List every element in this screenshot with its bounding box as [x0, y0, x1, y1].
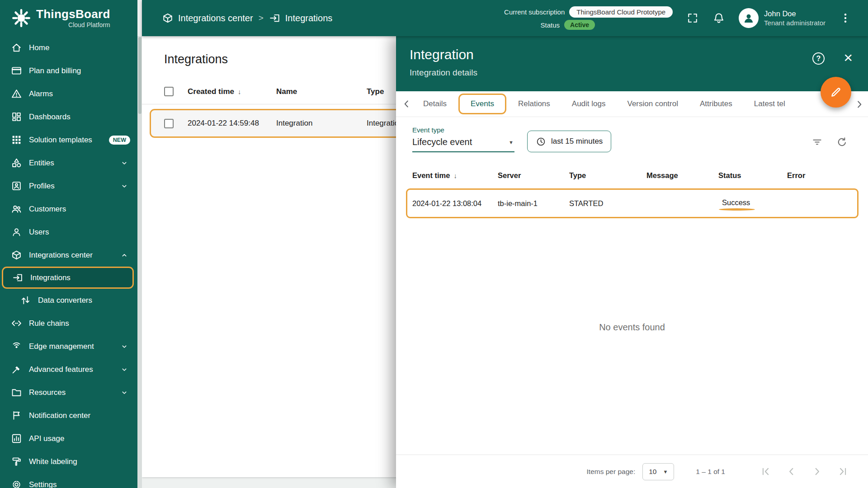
sidebar-item-data-converters[interactable]: Data converters [0, 289, 137, 312]
first-page-button[interactable] [760, 465, 772, 478]
logo[interactable]: ThingsBoard Cloud Platform [0, 0, 137, 36]
column-status[interactable]: Status [718, 171, 787, 180]
sidebar-item-resources[interactable]: Resources [0, 381, 137, 404]
sidebar-item-solution-templates[interactable]: Solution templatesNEW [0, 128, 137, 151]
tab-events[interactable]: Events [458, 94, 506, 114]
hammer-icon [11, 364, 22, 375]
next-page-button[interactable] [811, 465, 823, 478]
chevron-left-icon [401, 98, 412, 110]
column-name[interactable]: Name [276, 87, 367, 96]
edit-fab-button[interactable] [821, 77, 851, 108]
sidebar-item-label: Entities [29, 159, 54, 168]
close-icon[interactable] [844, 50, 853, 65]
select-all-checkbox[interactable] [164, 87, 174, 96]
tab-version-control[interactable]: Version control [617, 91, 689, 117]
pencil-icon [830, 86, 842, 99]
tabs-scroll-left-button[interactable] [401, 98, 412, 110]
sidebar-scrollbar[interactable] [137, 36, 142, 488]
app-root: ThingsBoard Cloud Platform Home Plan and… [0, 0, 868, 488]
breadcrumb-integrations[interactable]: Integrations [269, 12, 333, 24]
tab-details[interactable]: Details [412, 91, 458, 117]
pagination-range: 1 – 1 of 1 [696, 468, 725, 476]
sidebar-item-edge-management[interactable]: Edge management [0, 335, 137, 358]
refresh-button[interactable] [836, 136, 848, 148]
sidebar-item-users[interactable]: Users [0, 221, 137, 244]
events-filters: Event type Lifecycle event last 15 minut… [396, 117, 868, 152]
column-event-time[interactable]: Event time [412, 171, 498, 180]
event-type-value: Lifecycle event [412, 137, 472, 147]
chevron-down-icon [663, 469, 668, 474]
sidebar-item-rule-chains[interactable]: Rule chains [0, 312, 137, 335]
last-page-button[interactable] [837, 465, 849, 478]
swap-arrows-icon [20, 295, 31, 306]
scrollbar-thumb[interactable] [138, 37, 142, 114]
drawer-header: Integration Integration details [396, 36, 868, 91]
sidebar-nav: Home Plan and billing Alarms Dashboards … [0, 36, 137, 488]
column-type[interactable]: Type [569, 171, 646, 180]
antenna-icon [11, 341, 22, 352]
subscription-pill[interactable]: ThingsBoard Cloud Prototype [569, 6, 673, 18]
sidebar-item-entities[interactable]: Entities [0, 151, 137, 174]
row-checkbox[interactable] [164, 119, 174, 128]
sidebar-item-notification-center[interactable]: Notification center [0, 404, 137, 427]
previous-page-button[interactable] [785, 465, 797, 478]
sidebar-item-dashboards[interactable]: Dashboards [0, 105, 137, 128]
kebab-menu-button[interactable] [839, 12, 852, 24]
time-range-button[interactable]: last 15 minutes [527, 131, 611, 152]
tab-latest-telemetry[interactable]: Latest tel [743, 91, 796, 117]
sidebar: ThingsBoard Cloud Platform Home Plan and… [0, 0, 137, 488]
help-icon[interactable] [812, 52, 825, 65]
empty-state-text: No events found [396, 218, 868, 455]
grid-icon [11, 134, 22, 145]
column-error[interactable]: Error [787, 171, 868, 180]
sidebar-item-home[interactable]: Home [0, 36, 137, 59]
sidebar-item-advanced-features[interactable]: Advanced features [0, 358, 137, 381]
event-type-select[interactable]: Lifecycle event [412, 134, 514, 152]
sidebar-item-label: Plan and billing [29, 66, 81, 75]
pagination-bar: Items per page: 10 1 – 1 of 1 [396, 455, 868, 488]
column-message[interactable]: Message [646, 171, 718, 180]
tabs-scroll-right-button[interactable] [854, 99, 865, 110]
user-name: John Doe [764, 9, 826, 18]
sidebar-item-label: Alarms [29, 89, 53, 99]
sidebar-item-alarms[interactable]: Alarms [0, 82, 137, 105]
user-menu[interactable]: John Doe Tenant administrator [739, 8, 826, 28]
events-table-header: Event time Server Type Message Status Er… [396, 166, 868, 185]
subscription-label: Current subscription [504, 8, 565, 16]
sidebar-item-api-usage[interactable]: API usage [0, 427, 137, 450]
chart-icon [11, 433, 22, 444]
sidebar-item-integrations[interactable]: Integrations [2, 267, 134, 289]
filter-button[interactable] [811, 136, 823, 148]
sidebar-item-plan-and-billing[interactable]: Plan and billing [0, 59, 137, 82]
tab-audit-logs[interactable]: Audit logs [561, 91, 617, 117]
sidebar-item-integrations-center[interactable]: Integrations center [0, 244, 137, 267]
sidebar-item-label: API usage [29, 434, 64, 443]
clock-icon [536, 136, 546, 147]
column-server[interactable]: Server [498, 171, 569, 180]
bell-icon [712, 12, 725, 24]
refresh-icon [836, 136, 848, 148]
sidebar-item-label: Profiles [29, 182, 55, 191]
items-per-page-select[interactable]: 10 [642, 463, 674, 480]
first-page-icon [760, 465, 772, 478]
folder-icon [11, 387, 22, 398]
fullscreen-button[interactable] [686, 12, 699, 24]
column-created-time[interactable]: Created time [188, 87, 276, 96]
notifications-button[interactable] [712, 12, 725, 24]
event-row[interactable]: 2024-01-22 13:08:04 tb-ie-main-1 STARTED… [406, 188, 859, 218]
sidebar-item-label: Settings [29, 480, 57, 488]
sidebar-item-settings[interactable]: Settings [0, 473, 137, 488]
status-badge: Active [564, 20, 595, 30]
sidebar-item-label: Resources [29, 388, 66, 397]
sidebar-item-profiles[interactable]: Profiles [0, 174, 137, 197]
breadcrumb-integrations-center[interactable]: Integrations center [162, 12, 253, 24]
tab-relations[interactable]: Relations [507, 91, 561, 117]
user-role: Tenant administrator [764, 19, 826, 27]
tab-attributes[interactable]: Attributes [689, 91, 743, 117]
cell-name: Integration [276, 119, 367, 128]
sidebar-item-label: Solution templates [29, 136, 92, 145]
sidebar-item-white-labeling[interactable]: White labeling [0, 450, 137, 473]
app-subtitle: Cloud Platform [36, 21, 110, 28]
credit-card-icon [11, 65, 22, 76]
sidebar-item-customers[interactable]: Customers [0, 197, 137, 221]
